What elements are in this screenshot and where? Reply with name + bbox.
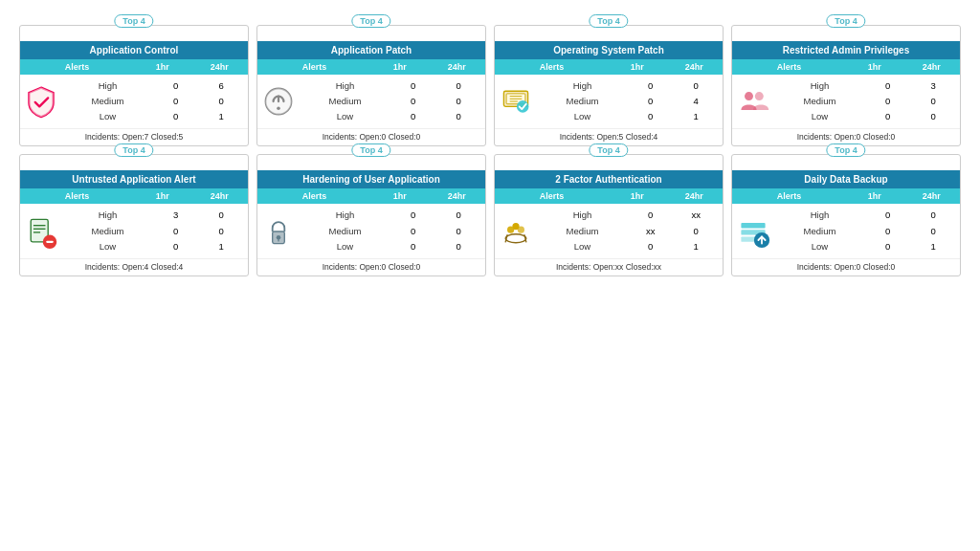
table-row: High00: [300, 78, 481, 94]
card-body-operating-system-patch: High00Medium04Low01: [495, 75, 723, 128]
cell-v24hr: 0: [436, 224, 482, 239]
cell-v24hr: 0: [436, 94, 482, 109]
table-row: Medium00: [300, 224, 481, 239]
table-row: High0xx: [537, 208, 719, 223]
col-col_1hr: 1hr: [371, 62, 429, 72]
table-row: Medium00: [774, 94, 956, 109]
cell-label: Low: [537, 239, 628, 254]
card-footer-2-factor-authentication: Incidents: Open:xx Closed:xx: [495, 258, 723, 276]
cell-label: Medium: [62, 94, 153, 109]
cell-v1hr: 0: [390, 109, 436, 124]
cell-v24hr: 1: [911, 239, 957, 254]
card-body-daily-data-backup: High00Medium00Low01: [732, 204, 960, 257]
col-header-untrusted-application-alert: Alerts1hr24hr: [20, 188, 248, 204]
card-hardening-user-application: Top 4Hardening of User ApplicationAlerts…: [256, 154, 486, 276]
rows-area-untrusted-application-alert: High30Medium00Low01: [62, 208, 244, 253]
cell-v24hr: 1: [674, 109, 720, 124]
cell-v24hr: 0: [199, 94, 245, 109]
cell-label: High: [62, 208, 153, 223]
cell-v1hr: 0: [153, 239, 199, 254]
card-header-restricted-admin-privileges: Restricted Admin Privileges: [732, 41, 960, 59]
cell-label: High: [774, 78, 865, 94]
card-body-restricted-admin-privileges: High03Medium00Low00: [732, 75, 960, 128]
cell-v1hr: xx: [628, 224, 674, 239]
col-col_alerts: Alerts: [495, 62, 609, 72]
cell-label: Medium: [62, 224, 153, 239]
cell-v1hr: 0: [865, 208, 911, 223]
card-footer-daily-data-backup: Incidents: Open:0 Closed:0: [732, 258, 960, 276]
top4-badge: Top 4: [826, 14, 865, 28]
cell-label: Low: [62, 239, 153, 254]
rows-area-hardening-user-application: High00Medium00Low00: [300, 208, 481, 253]
cell-v1hr: 0: [153, 78, 199, 94]
cell-label: High: [300, 78, 390, 94]
col-col_24hr: 24hr: [429, 191, 486, 201]
col-header-operating-system-patch: Alerts1hr24hr: [495, 59, 723, 75]
cell-label: Low: [774, 239, 865, 254]
cell-v1hr: 0: [865, 78, 911, 94]
table-row: Low01: [537, 239, 719, 254]
col-header-hardening-user-application: Alerts1hr24hr: [257, 188, 485, 204]
card-header-operating-system-patch: Operating System Patch: [495, 41, 723, 59]
dashboard-grid-bottom: Top 4Untrusted Application AlertAlerts1h…: [19, 154, 961, 276]
cell-v1hr: 0: [390, 78, 436, 94]
cell-label: Medium: [774, 224, 865, 239]
col-col_alerts: Alerts: [257, 191, 371, 201]
table-row: High30: [62, 208, 244, 223]
cell-v24hr: 0: [199, 224, 245, 239]
card-2-factor-authentication: Top 42 Factor AuthenticationAlerts1hr24h…: [494, 154, 724, 276]
card-header-2-factor-authentication: 2 Factor Authentication: [495, 170, 723, 188]
rows-area-2-factor-authentication: High0xxMediumxx0Low01: [537, 208, 719, 253]
card-body-hardening-user-application: High00Medium00Low00: [257, 204, 485, 257]
cell-label: Medium: [300, 224, 390, 239]
card-daily-data-backup: Top 4Daily Data BackupAlerts1hr24hr High…: [731, 154, 961, 276]
col-col_1hr: 1hr: [134, 191, 191, 201]
cell-v1hr: 0: [390, 224, 436, 239]
cell-v24hr: 0: [436, 239, 482, 254]
cell-v24hr: xx: [674, 208, 720, 223]
card-body-untrusted-application-alert: High30Medium00Low01: [20, 204, 248, 257]
cell-v1hr: 0: [865, 109, 911, 124]
top4-badge: Top 4: [114, 14, 153, 28]
table-row: High00: [774, 208, 956, 223]
svg-point-11: [755, 92, 764, 100]
rows-area-daily-data-backup: High00Medium00Low01: [774, 208, 956, 253]
cell-v24hr: 0: [911, 94, 957, 109]
col-header-application-control: Alerts1hr24hr: [20, 59, 248, 75]
col-col_alerts: Alerts: [732, 191, 846, 201]
icon-admin: [736, 84, 770, 119]
table-row: Mediumxx0: [537, 224, 719, 239]
cell-label: High: [774, 208, 865, 223]
col-col_24hr: 24hr: [903, 62, 961, 72]
card-restricted-admin-privileges: Top 4Restricted Admin PrivilegesAlerts1h…: [731, 25, 961, 146]
cell-label: Medium: [537, 94, 628, 109]
cell-v1hr: 0: [628, 239, 674, 254]
card-body-application-patch: High00Medium00Low00: [257, 75, 485, 128]
col-col_24hr: 24hr: [666, 62, 724, 72]
card-application-control: Top 4Application ControlAlerts1hr24hr Hi…: [19, 25, 249, 146]
cell-label: High: [62, 78, 153, 94]
top4-badge: Top 4: [351, 14, 390, 28]
col-col_1hr: 1hr: [609, 191, 666, 201]
col-header-2-factor-authentication: Alerts1hr24hr: [495, 188, 723, 204]
card-header-hardening-user-application: Hardening of User Application: [257, 170, 485, 188]
cell-v1hr: 0: [628, 78, 674, 94]
cell-v1hr: 0: [865, 224, 911, 239]
rows-area-restricted-admin-privileges: High03Medium00Low00: [774, 78, 956, 124]
cell-v1hr: 0: [628, 109, 674, 124]
icon-untrusted: [24, 214, 58, 249]
icon-patch: [261, 84, 296, 119]
card-header-application-control: Application Control: [20, 41, 248, 59]
svg-point-3: [277, 107, 280, 111]
table-row: Low00: [300, 109, 481, 124]
card-header-application-patch: Application Patch: [257, 41, 485, 59]
cell-v24hr: 0: [911, 109, 957, 124]
rows-area-operating-system-patch: High00Medium04Low01: [537, 78, 719, 124]
cell-v1hr: 0: [153, 224, 199, 239]
table-row: Low01: [62, 109, 244, 124]
table-row: High06: [62, 78, 244, 94]
card-header-untrusted-application-alert: Untrusted Application Alert: [20, 170, 248, 188]
col-col_alerts: Alerts: [495, 191, 609, 201]
top4-badge: Top 4: [826, 143, 865, 157]
cell-v24hr: 0: [911, 224, 957, 239]
